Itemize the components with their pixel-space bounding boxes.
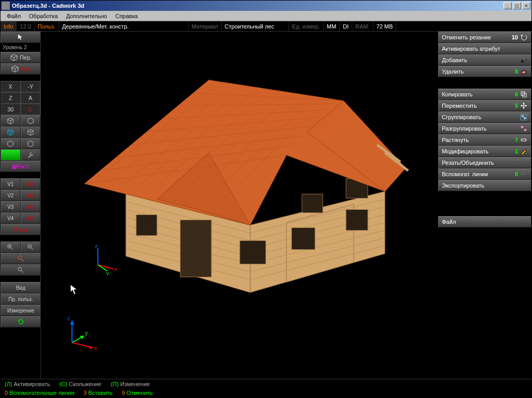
svg-rect-74 (524, 129, 526, 131)
viewport-3d[interactable]: x y z x y z (41, 32, 438, 379)
move-button[interactable]: Переместить5 (438, 100, 531, 111)
info-label[interactable]: Info (1, 21, 17, 31)
aux-lines-button[interactable]: Вспомогат. линии0 (438, 168, 531, 180)
refresh-button[interactable] (1, 316, 41, 328)
m1-button[interactable]: M1 (21, 178, 41, 190)
export-button[interactable]: Экспортировать (438, 180, 531, 191)
menu-extra[interactable]: Дополнительно (62, 12, 111, 20)
group-button[interactable]: Сгруппировать (438, 111, 531, 123)
cube-view-3[interactable] (1, 126, 21, 138)
svg-text:x: x (114, 266, 118, 272)
svg-rect-25 (292, 228, 315, 249)
m2-button[interactable]: M2 (21, 190, 41, 201)
wrench-tool[interactable] (21, 149, 41, 161)
info-user[interactable]: Польз. (35, 21, 59, 31)
v3-button[interactable]: V3 (1, 201, 21, 212)
cursor-tool[interactable] (1, 32, 41, 43)
svg-rect-28 (302, 194, 323, 212)
close-button[interactable]: × (522, 2, 530, 9)
axis-x-button[interactable]: X (1, 81, 21, 92)
svg-text:y: y (106, 270, 109, 275)
add-button[interactable]: Добавить (438, 54, 531, 66)
axis-ny-button[interactable]: -Y (21, 81, 41, 92)
delete-button[interactable]: Удалить 8 (438, 66, 531, 77)
activate-attr-button[interactable]: Активировать атрибут (438, 43, 531, 54)
axis-z-button[interactable]: Z (1, 92, 21, 104)
green-tool[interactable] (1, 149, 21, 161)
v2-button[interactable]: V2 (1, 190, 21, 201)
info-unit-value[interactable]: MM (324, 21, 340, 31)
status-bar: (Л) Активировать (С) Скольжение (П) Изме… (1, 379, 531, 388)
menu-help[interactable]: Справка (111, 12, 142, 20)
v4-button[interactable]: V4 (1, 212, 21, 224)
menubar: Файл Обработка Дополнительно Справка (1, 11, 531, 21)
v1-button[interactable]: V1 (1, 178, 21, 190)
modify-button[interactable]: Модифицировать1 (438, 146, 531, 157)
ungroup-button[interactable]: Разгруппировать (438, 123, 531, 134)
axis-c-button[interactable]: C (21, 104, 41, 115)
status-aux: 0 Вспомогательные линии (5, 390, 74, 396)
status-change: (П) Изменение (111, 381, 150, 387)
menu-file[interactable]: Файл (3, 12, 25, 20)
svg-text:z: z (67, 315, 70, 321)
cube-view-2[interactable] (21, 115, 41, 126)
info-di[interactable]: DI (340, 21, 352, 31)
cut-join-button[interactable]: Резать/Объединить (438, 157, 531, 168)
house-model (64, 49, 416, 318)
cube-view-1[interactable] (1, 115, 21, 126)
axis-gizmo-local: x y z (88, 244, 119, 275)
cube-view-5[interactable] (1, 138, 21, 149)
zoom-fit-button[interactable] (1, 253, 41, 264)
stretch-button[interactable]: Растянуть7 (438, 134, 531, 146)
level-indicator: Уровень 2 (1, 43, 40, 52)
status-activate: (Л) Активировать (5, 381, 50, 387)
right-toolbar: Отменить резание 10 Активировать атрибут… (438, 32, 531, 379)
svg-text:z: z (95, 244, 98, 249)
per-button[interactable]: Пер. (1, 52, 41, 63)
file-button[interactable]: Файл (438, 216, 531, 228)
pencil-a-icon (520, 56, 528, 64)
svg-rect-71 (522, 115, 524, 117)
axis-30-button[interactable]: 30 (1, 104, 21, 115)
rast-button[interactable]: ▦ Раст. (1, 161, 41, 172)
maximize-button[interactable]: □ (513, 2, 521, 9)
svg-rect-24 (240, 240, 266, 264)
info-material-label: Материал (189, 21, 222, 31)
minimize-button[interactable]: _ (504, 2, 512, 9)
akt-button[interactable]: Акт. (1, 63, 41, 75)
m4-button[interactable]: M4 (21, 212, 41, 224)
user-pref-button[interactable]: Пр. польз. (1, 293, 41, 305)
ungroup-icon (520, 124, 528, 133)
undo-cut-button[interactable]: Отменить резание 10 (438, 32, 531, 43)
svg-rect-26 (346, 209, 368, 230)
m-active-button[interactable]: М акт. (1, 224, 41, 235)
axis-a-button[interactable]: A (21, 92, 41, 104)
status-insert: 3 Вставить (83, 390, 112, 396)
cube-view-4[interactable] (21, 126, 41, 138)
info-ram-value: 72 MB (373, 21, 397, 31)
cube-view-6[interactable] (21, 138, 41, 149)
menu-processing[interactable]: Обработка (25, 12, 62, 20)
measure-button[interactable]: Измерение (1, 305, 41, 316)
zoom-out-button[interactable] (21, 241, 41, 253)
zoom-region-button[interactable] (1, 264, 41, 276)
info-material-value[interactable]: Строительный лес (222, 21, 289, 31)
svg-rect-72 (524, 117, 526, 119)
copy-button[interactable]: Копировать6 (438, 89, 531, 100)
axis-gizmo-world: x y z (59, 314, 100, 356)
status-bar-2: 0 Вспомогательные линии 3 Вставить 9 Отм… (1, 388, 531, 397)
view-button[interactable]: Вид (1, 282, 41, 293)
m3-button[interactable]: M3 (21, 201, 41, 212)
zoom-in-button[interactable] (1, 241, 21, 253)
info-ram-label: RAM: (352, 21, 373, 31)
svg-rect-75 (522, 139, 526, 141)
modify-icon (520, 147, 528, 155)
info-mode[interactable]: Деревянные/Мет. констр. (59, 21, 189, 31)
move-icon (520, 102, 528, 110)
svg-rect-67 (522, 70, 526, 74)
svg-rect-23 (136, 215, 157, 235)
eraser-icon (520, 67, 528, 76)
aux-lines-icon (520, 170, 528, 178)
info-bar: Info 12.0 Польз. Деревянные/Мет. констр.… (1, 21, 531, 32)
left-toolbar: Уровень 2 Пер. Акт. X -Y Z A (1, 32, 41, 379)
